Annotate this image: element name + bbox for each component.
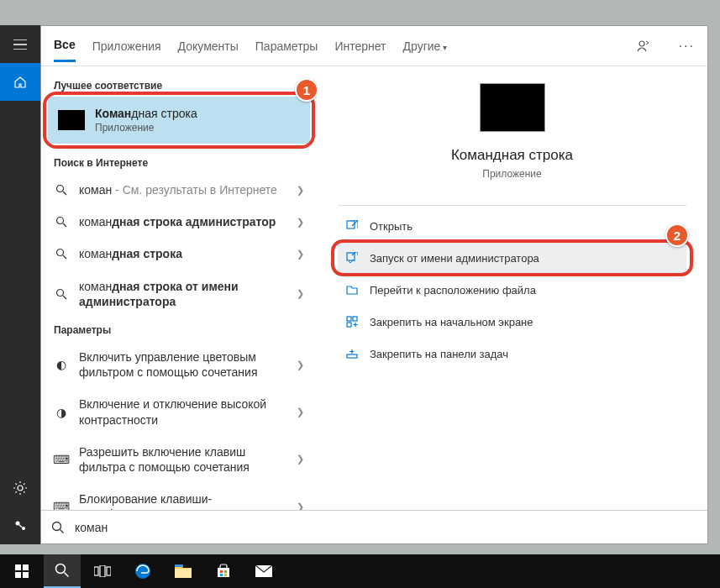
tab-internet[interactable]: Интернет [334, 39, 386, 61]
svg-point-19 [56, 564, 66, 574]
feedback-icon[interactable] [634, 39, 649, 54]
taskbar-explorer-button[interactable] [165, 554, 202, 588]
search-icon [54, 246, 69, 261]
share-sidebar-button[interactable] [0, 507, 40, 544]
menu-button[interactable] [0, 25, 40, 63]
tab-all[interactable]: Все [54, 38, 76, 62]
svg-point-0 [18, 486, 23, 491]
svg-rect-11 [353, 317, 357, 321]
home-button[interactable] [0, 63, 40, 101]
admin-icon [344, 250, 360, 265]
setting-result-1[interactable]: ◑ Включение и отключение высокой контрас… [41, 388, 317, 435]
tab-apps[interactable]: Приложения [92, 39, 161, 61]
svg-rect-17 [15, 572, 21, 578]
color-filter-icon: ◐ [54, 357, 69, 372]
pin-start-icon [344, 314, 360, 329]
folder-icon [344, 282, 360, 297]
action-open[interactable]: Открыть [338, 210, 686, 242]
taskbar-edge-button[interactable] [124, 554, 161, 588]
svg-rect-21 [100, 565, 105, 577]
action-pin-taskbar[interactable]: Закрепить на панели задач [338, 338, 686, 370]
svg-rect-18 [23, 572, 29, 578]
section-best-match: Лучшее соответствие [41, 73, 317, 97]
tab-docs[interactable]: Документы [178, 39, 239, 61]
search-icon [54, 214, 69, 229]
taskbar-store-button[interactable] [205, 554, 242, 588]
best-match-subtitle: Приложение [95, 122, 197, 134]
svg-point-1 [16, 521, 20, 525]
setting-result-2[interactable]: ⌨ Разрешить включение клавиш фильтра с п… [41, 436, 317, 483]
setting-result-3[interactable]: ⌨ Блокирование клавиши-модификатора зали… [41, 483, 317, 510]
chevron-right-icon: ❯ [297, 217, 304, 228]
svg-point-5 [57, 218, 64, 224]
tab-settings[interactable]: Параметры [255, 39, 318, 61]
pin-taskbar-icon [344, 346, 360, 361]
web-result-1[interactable]: командная строка администратор ❯ [41, 206, 317, 238]
contrast-icon: ◑ [54, 405, 69, 420]
search-icon [54, 286, 69, 302]
svg-rect-28 [220, 574, 223, 576]
web-result-3[interactable]: командная строка от имени администратора… [41, 270, 317, 318]
chevron-right-icon: ❯ [297, 249, 304, 260]
svg-rect-26 [220, 570, 223, 573]
web-result-0[interactable]: коман - См. результаты в Интернете ❯ [41, 174, 317, 206]
open-icon [344, 218, 360, 234]
best-match-title: Командная строка [95, 107, 197, 120]
svg-rect-12 [347, 323, 351, 327]
annotation-badge-1: 1 [295, 78, 317, 102]
svg-point-7 [57, 289, 64, 296]
setting-result-0[interactable]: ◐ Включить управление цветовым фильтром … [41, 341, 317, 388]
preview-thumbnail [480, 83, 545, 132]
search-icon [51, 521, 65, 534]
action-run-as-admin[interactable]: Запуск от имени администратора 2 [338, 242, 686, 274]
svg-rect-10 [347, 317, 351, 321]
settings-sidebar-button[interactable] [0, 469, 40, 507]
svg-rect-16 [23, 564, 29, 570]
chevron-right-icon: ❯ [297, 360, 304, 370]
svg-point-14 [53, 522, 61, 530]
search-input[interactable]: коман [75, 521, 108, 534]
taskbar-search-button[interactable] [44, 554, 81, 588]
chevron-right-icon: ❯ [297, 501, 304, 510]
taskbar-taskview-button[interactable] [84, 554, 121, 588]
svg-point-3 [639, 41, 644, 46]
web-result-2[interactable]: командная строка ❯ [41, 238, 317, 270]
chevron-right-icon: ❯ [297, 185, 304, 196]
chevron-right-icon: ❯ [297, 407, 304, 417]
chevron-right-icon: ❯ [297, 454, 304, 465]
keyboard-icon: ⌨ [54, 499, 69, 510]
chevron-right-icon: ❯ [297, 288, 304, 299]
start-button[interactable] [3, 554, 40, 588]
svg-point-6 [57, 249, 64, 256]
best-match-result[interactable]: Командная строка Приложение 1 [48, 97, 310, 144]
section-settings: Параметры [41, 318, 317, 341]
search-icon [54, 182, 69, 197]
svg-point-2 [22, 527, 25, 530]
svg-rect-27 [224, 570, 227, 573]
svg-rect-13 [347, 354, 357, 358]
preview-subtitle: Приложение [482, 168, 541, 180]
preview-title: Командная строка [451, 147, 573, 164]
svg-rect-29 [224, 574, 227, 576]
section-web: Поиск в Интернете [41, 150, 317, 174]
action-open-location[interactable]: Перейти к расположению файла [338, 274, 686, 306]
svg-rect-20 [94, 567, 98, 575]
more-icon[interactable]: ··· [679, 39, 695, 54]
keyboard-icon: ⌨ [54, 452, 69, 467]
tab-other[interactable]: Другие [403, 39, 448, 61]
svg-rect-15 [15, 564, 21, 570]
annotation-badge-2: 2 [665, 223, 689, 247]
svg-point-4 [57, 186, 64, 192]
cmd-icon [58, 110, 85, 130]
taskbar-mail-button[interactable] [245, 554, 282, 588]
action-pin-start[interactable]: Закрепить на начальном экране [338, 306, 686, 338]
svg-rect-24 [175, 569, 192, 578]
svg-rect-25 [175, 564, 183, 567]
svg-rect-22 [107, 567, 111, 575]
